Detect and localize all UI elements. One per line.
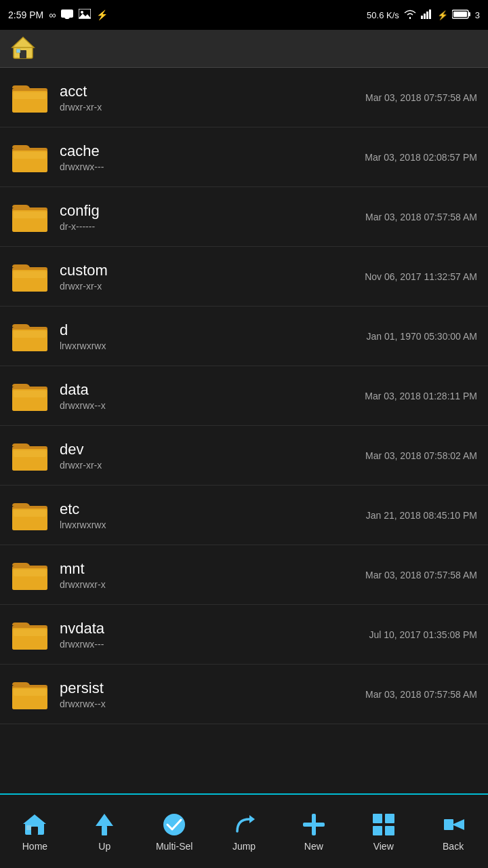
usb-icon: ⚡	[96, 9, 108, 20]
file-name: cache	[60, 142, 365, 160]
folder-icon	[11, 317, 49, 355]
nav-up-label: Up	[98, 841, 110, 852]
file-perms: dr-x------	[60, 221, 365, 232]
file-item-cache[interactable]: cache drwxrwx--- Mar 03, 2018 02:08:57 P…	[0, 127, 488, 187]
file-perms: drwxr-xr-x	[60, 460, 365, 471]
file-list-container: acct drwxr-xr-x Mar 03, 2018 07:57:58 AM	[0, 68, 488, 793]
file-name: persist	[60, 679, 365, 697]
svg-rect-33	[14, 391, 46, 397]
file-info: dev drwxr-xr-x	[60, 441, 365, 471]
svg-rect-45	[14, 629, 46, 636]
svg-rect-42	[14, 570, 46, 576]
svg-rect-59	[373, 814, 382, 823]
svg-rect-0	[61, 9, 73, 18]
plus-icon	[300, 811, 327, 838]
nav-view-label: View	[373, 841, 394, 852]
nav-home[interactable]: Home	[0, 811, 70, 852]
header-bar	[0, 30, 488, 68]
battery-level: 3	[475, 10, 480, 20]
svg-rect-39	[14, 510, 46, 517]
svg-rect-15	[16, 49, 20, 53]
file-perms: drwxrwxr-x	[60, 579, 365, 590]
file-perms: drwxr-xr-x	[60, 102, 365, 113]
nav-jump[interactable]: Jump	[209, 811, 279, 852]
file-info: cache drwxrwx---	[60, 142, 365, 172]
svg-marker-63	[452, 819, 464, 830]
file-name: etc	[60, 500, 366, 518]
file-date: Mar 03, 2018 07:57:58 AM	[365, 212, 477, 222]
svg-rect-64	[444, 819, 453, 830]
bottom-nav: Home Up Multi-Sel Jump	[0, 793, 488, 868]
file-perms: drwxr-xr-x	[60, 281, 365, 292]
file-info: data drwxrwx--x	[60, 381, 365, 411]
svg-rect-52	[26, 825, 31, 830]
folder-icon	[11, 616, 49, 654]
header-home-icon[interactable]	[11, 35, 35, 62]
folder-icon	[11, 138, 49, 176]
folder-icon	[11, 675, 49, 713]
file-item-config[interactable]: config dr-x------ Mar 03, 2018 07:57:58 …	[0, 187, 488, 247]
svg-rect-30	[14, 331, 46, 338]
svg-marker-53	[96, 814, 113, 826]
nav-home-label: Home	[22, 841, 47, 852]
grid-icon	[370, 811, 397, 838]
file-date: Mar 03, 2018 07:57:58 AM	[365, 92, 477, 103]
svg-point-3	[81, 11, 83, 14]
file-name: acct	[60, 83, 365, 100]
home-icon	[21, 811, 48, 838]
file-name: d	[60, 321, 367, 339]
file-name: config	[60, 202, 365, 220]
svg-rect-11	[453, 12, 467, 17]
folder-icon	[11, 437, 49, 475]
svg-rect-60	[385, 814, 394, 823]
file-item-dev[interactable]: dev drwxr-xr-x Mar 03, 2018 07:58:02 AM	[0, 426, 488, 486]
file-perms: drwxrwx--x	[60, 400, 365, 411]
file-item-d[interactable]: d lrwxrwxrwx Jan 01, 1970 05:30:00 AM	[0, 307, 488, 366]
file-date: Mar 03, 2018 01:28:11 PM	[365, 391, 477, 401]
file-item-acct[interactable]: acct drwxr-xr-x Mar 03, 2018 07:57:58 AM	[0, 68, 488, 127]
svg-rect-54	[102, 826, 107, 835]
nav-multi-sel[interactable]: Multi-Sel	[140, 811, 209, 852]
svg-rect-14	[20, 50, 26, 58]
file-date: Mar 03, 2018 07:58:02 AM	[365, 450, 477, 461]
file-date: Mar 03, 2018 07:57:58 AM	[365, 689, 477, 700]
svg-rect-61	[373, 826, 382, 835]
battery-icon	[452, 9, 471, 21]
file-date: Mar 03, 2018 02:08:57 PM	[365, 152, 477, 163]
nav-new[interactable]: New	[279, 811, 348, 852]
svg-rect-7	[426, 12, 428, 19]
file-item-etc[interactable]: etc lrwxrwxrwx Jan 21, 2018 08:45:10 PM	[0, 486, 488, 545]
file-item-mnt[interactable]: mnt drwxrwxr-x Mar 03, 2018 07:57:58 AM	[0, 545, 488, 605]
file-info: custom drwxr-xr-x	[60, 262, 365, 292]
svg-rect-48	[14, 689, 46, 696]
file-info: config dr-x------	[60, 202, 365, 232]
infinity-icon: ∞	[49, 9, 56, 20]
status-right: 50.6 K/s ⚡	[367, 9, 480, 22]
charging-icon: ⚡	[437, 10, 448, 20]
status-bar: 2:59 PM ∞ ⚡ 50.6 K/s	[0, 0, 488, 30]
file-item-custom[interactable]: custom drwxr-xr-x Nov 06, 2017 11:32:57 …	[0, 247, 488, 307]
svg-rect-58	[303, 823, 325, 827]
back-arrow-icon	[440, 811, 467, 838]
file-perms: drwxrwx--x	[60, 698, 365, 709]
network-speed: 50.6 K/s	[367, 10, 399, 20]
nav-back[interactable]: Back	[418, 811, 488, 852]
svg-marker-50	[23, 814, 46, 824]
nav-up[interactable]: Up	[70, 811, 140, 852]
file-info: d lrwxrwxrwx	[60, 321, 367, 351]
image-icon	[79, 9, 91, 21]
folder-icon	[11, 198, 49, 236]
svg-rect-6	[424, 14, 426, 19]
svg-rect-21	[14, 152, 46, 159]
file-item-data[interactable]: data drwxrwx--x Mar 03, 2018 01:28:11 PM	[0, 366, 488, 426]
time-display: 2:59 PM	[8, 9, 43, 20]
nav-view[interactable]: View	[348, 811, 418, 852]
file-item-nvdata[interactable]: nvdata drwxrwx--- Jul 10, 2017 01:35:08 …	[0, 605, 488, 665]
file-date: Mar 03, 2018 07:57:58 AM	[365, 570, 477, 580]
file-name: mnt	[60, 560, 365, 578]
svg-rect-36	[14, 450, 46, 457]
svg-rect-5	[421, 16, 423, 19]
file-item-persist[interactable]: persist drwxrwx--x Mar 03, 2018 07:57:58…	[0, 665, 488, 724]
svg-marker-13	[12, 37, 34, 47]
file-date: Jan 01, 1970 05:30:00 AM	[367, 331, 477, 342]
